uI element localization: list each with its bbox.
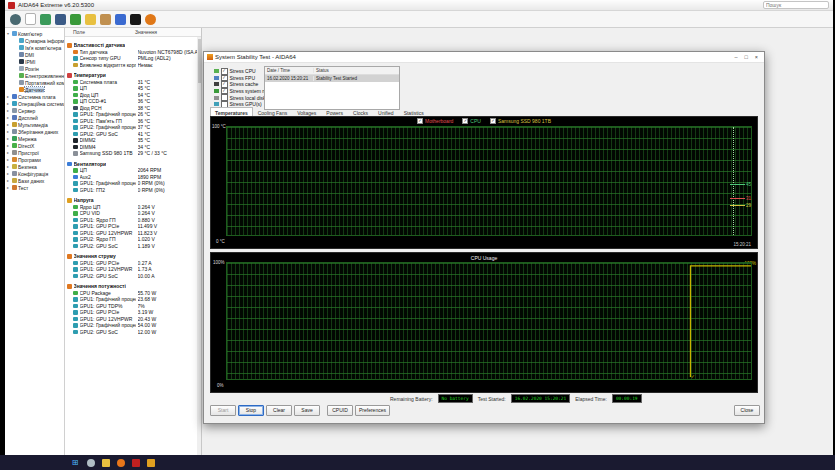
sensor-row[interactable]: GPU1: GPU 12VHPWR 20.43 W: [65, 316, 197, 323]
maximize-button[interactable]: □: [744, 54, 747, 60]
sensor-row[interactable]: Сенсор типу GPU PMLog (ADL2): [65, 55, 197, 62]
sensor-row[interactable]: GPU1: Графічний процесор 26 °C: [65, 111, 197, 118]
sidebar-item[interactable]: Електроживлення: [5, 72, 64, 79]
sidebar-item[interactable]: ▸ Системна плата: [5, 93, 64, 100]
sidebar-item[interactable]: ▾ Комп'ютер: [5, 30, 64, 37]
sensor-row[interactable]: GPU2: GPU SoC 1.189 V: [65, 243, 197, 250]
sensor-row[interactable]: GPU1: Пам'ять ГП 36 °C: [65, 118, 197, 125]
sst-button[interactable]: Start: [210, 405, 236, 416]
aida64-icon[interactable]: [132, 459, 140, 467]
search-icon[interactable]: [87, 459, 95, 467]
sidebar-item[interactable]: ▸ Пристрої: [5, 149, 64, 156]
sensor-row[interactable]: ЦП 45 °C: [65, 85, 197, 92]
sst-button[interactable]: CPUID: [327, 405, 353, 416]
sensor-row[interactable]: Samsung SSD 980 1TB 29 °C / 33 °C: [65, 150, 197, 157]
sensor-row[interactable]: GPU1: GPU PCIe 3.19 W: [65, 309, 197, 316]
stress-checkbox[interactable]: [221, 94, 228, 101]
expand-arrow-icon[interactable]: ▸: [7, 115, 11, 120]
sensor-row[interactable]: Діод PCH 38 °C: [65, 105, 197, 112]
sidebar-item[interactable]: ▸ Мультимедіа: [5, 121, 64, 128]
stress-checkbox[interactable]: ✓: [221, 81, 228, 88]
sidebar-item[interactable]: ▸ Операційна система: [5, 100, 64, 107]
sidebar-item[interactable]: ▸ Програми: [5, 156, 64, 163]
start-button[interactable]: ⊞: [70, 459, 80, 467]
expand-arrow-icon[interactable]: ▸: [7, 150, 11, 155]
sensor-row[interactable]: CPU Package 55.70 W: [65, 290, 197, 297]
hand-icon[interactable]: [100, 14, 111, 25]
sensor-row[interactable]: CPU VID 0.264 V: [65, 210, 197, 217]
sensor-row[interactable]: ЦП CCD-#1 36 °C: [65, 98, 197, 105]
expand-arrow-icon[interactable]: ▸: [7, 178, 11, 183]
sidebar-item[interactable]: ▸ Безпека: [5, 163, 64, 170]
explorer-icon[interactable]: [102, 459, 110, 467]
sensor-row[interactable]: Діод ЦП 64 °C: [65, 92, 197, 99]
sensor-row[interactable]: ЦП 2064 RPM: [65, 167, 197, 174]
sensor-row[interactable]: GPU1: GPU 12VHPWR 1.73 A: [65, 266, 197, 273]
sidebar-item[interactable]: ▸ Сервер: [5, 107, 64, 114]
sensor-row[interactable]: GPU2: Графічний процесор 37 °C: [65, 124, 197, 131]
expand-arrow-icon[interactable]: ▸: [7, 157, 11, 162]
online-globe-icon[interactable]: [145, 14, 156, 25]
sensor-scrollbar[interactable]: [197, 37, 201, 455]
sensor-row[interactable]: Ядро ЦП 0.264 V: [65, 204, 197, 211]
sensor-row[interactable]: GPU2: Ядро ГП 1.020 V: [65, 236, 197, 243]
folder-icon[interactable]: [85, 14, 96, 25]
sensor-row[interactable]: GPU1: GPU PCIe 0.27 A: [65, 260, 197, 267]
sensor-row[interactable]: Системна плата 31 °C: [65, 79, 197, 86]
sidebar-item[interactable]: Датчики: [5, 86, 64, 93]
expand-arrow-icon[interactable]: ▸: [7, 122, 11, 127]
sensor-row[interactable]: GPU1: GPU TDP% 7%: [65, 303, 197, 310]
gem-icon[interactable]: [115, 14, 126, 25]
report-icon[interactable]: [25, 13, 36, 25]
expand-arrow-icon[interactable]: ▸: [7, 94, 11, 99]
sidebar-item[interactable]: DMI: [5, 51, 64, 58]
sst-button[interactable]: Stop: [238, 405, 264, 416]
sensor-row[interactable]: Aux2 1890 RPM: [65, 174, 197, 181]
sensor-row[interactable]: GPU2: Графічний процесор 54.00 W: [65, 322, 197, 329]
sidebar-item[interactable]: ▸ Зберігання даних: [5, 128, 64, 135]
sensor-row[interactable]: GPU1: Графічний процесор 0 RPM (0%): [65, 180, 197, 187]
expand-arrow-icon[interactable]: ▸: [7, 171, 11, 176]
sensor-row[interactable]: Виявлено відкриття корпусу Немає: [65, 62, 197, 69]
stress-checkbox[interactable]: ✓: [221, 68, 228, 75]
sensor-row[interactable]: DIMM2 35 °C: [65, 137, 197, 144]
refresh-icon[interactable]: [10, 14, 21, 25]
chart-icon[interactable]: [70, 14, 81, 25]
expand-arrow-icon[interactable]: ▸: [7, 185, 11, 190]
sidebar-item[interactable]: ▸ Дисплей: [5, 114, 64, 121]
stress-checkbox[interactable]: ✓: [221, 88, 228, 95]
sidebar-item[interactable]: ▸ Мережа: [5, 135, 64, 142]
legend-checkbox[interactable]: ✓: [462, 118, 468, 124]
sensor-row[interactable]: GPU1: ГП2 0 RPM (0%): [65, 187, 197, 194]
monitor-icon[interactable]: [55, 14, 66, 25]
sidebar-item[interactable]: ▸ Бази даних: [5, 177, 64, 184]
sst-button[interactable]: Clear: [266, 405, 292, 416]
sensor-row[interactable]: GPU2: GPU SoC 41 °C: [65, 131, 197, 138]
sidebar-item[interactable]: ▸ DirectX: [5, 142, 64, 149]
asc-badge-icon[interactable]: [130, 14, 141, 25]
expand-arrow-icon[interactable]: ▸: [7, 164, 11, 169]
sensor-row[interactable]: DIMM4 34 °C: [65, 144, 197, 151]
sensor-row[interactable]: GPU2: GPU SoC 12.00 W: [65, 329, 197, 336]
sst-button[interactable]: Save: [294, 405, 320, 416]
expand-arrow-icon[interactable]: ▸: [7, 143, 11, 148]
legend-checkbox[interactable]: ✓: [417, 118, 423, 124]
sensor-row[interactable]: Тип датчика Nuvoton NCT6798D (ISA A40h): [65, 49, 197, 56]
sidebar-item[interactable]: Портативний комп'ютер: [5, 79, 64, 86]
close-button[interactable]: Close: [734, 405, 760, 416]
sst-button[interactable]: Preferences: [355, 405, 390, 416]
sidebar-item[interactable]: ▸ Тест: [5, 184, 64, 191]
legend-item[interactable]: ✓ CPU: [462, 118, 481, 124]
legend-checkbox[interactable]: ✓: [490, 118, 496, 124]
sensor-row[interactable]: GPU1: Графічний процесор 23.68 W: [65, 296, 197, 303]
sensor-row[interactable]: GPU1: Ядро ГП 0.880 V: [65, 217, 197, 224]
expand-arrow-icon[interactable]: ▸: [7, 136, 11, 141]
sidebar-item[interactable]: ▸ Конфігурація: [5, 170, 64, 177]
log-row[interactable]: 16.02.2020 15:20:21 Stability Test Start…: [265, 75, 399, 82]
expand-arrow-icon[interactable]: ▾: [7, 31, 11, 36]
sidebar-item[interactable]: Сумарна інформація: [5, 37, 64, 44]
sidebar-item[interactable]: Розгін: [5, 65, 64, 72]
back-arrow-icon[interactable]: [40, 14, 51, 25]
legend-item[interactable]: ✓ Motherboard: [417, 118, 453, 124]
stress-checkbox[interactable]: ✓: [221, 75, 228, 82]
